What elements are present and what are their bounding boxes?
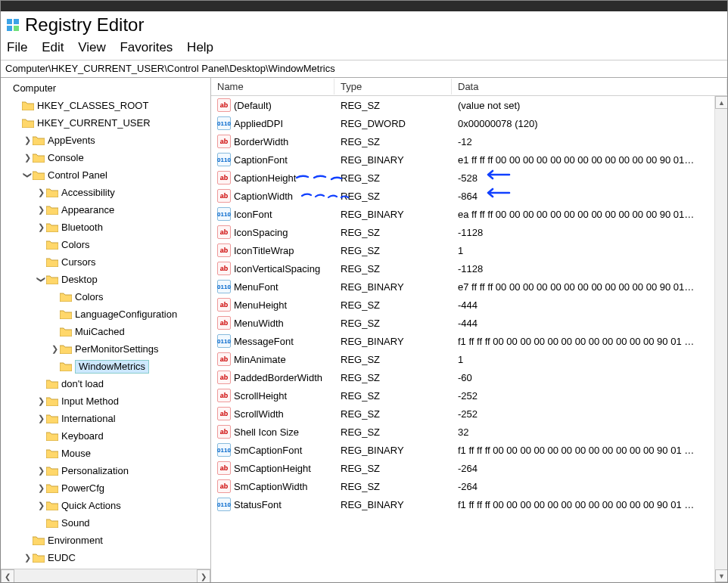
tree-appearance[interactable]: ❯Appearance	[1, 201, 210, 219]
tree-colors[interactable]: Colors	[1, 236, 210, 253]
string-value-icon: ab	[217, 225, 231, 239]
menu-help[interactable]: Help	[187, 40, 213, 54]
value-row[interactable]: abScrollHeightREG_SZ-252	[211, 386, 727, 405]
tree-label: Personalization	[61, 465, 133, 476]
value-row[interactable]: abMenuHeightREG_SZ-444	[211, 296, 727, 314]
tree-console[interactable]: ❯ Console	[1, 149, 210, 166]
expander-icon[interactable]: ❯	[49, 344, 60, 354]
tree-desktop[interactable]: ❯Desktop	[1, 271, 210, 288]
tree-quickactions[interactable]: ❯Quick Actions	[1, 497, 210, 514]
expander-icon[interactable]: ❯	[36, 466, 46, 476]
window-title: Registry Editor	[25, 14, 144, 36]
key-tree[interactable]: Computer HKEY_CLASSES_ROOT HKEY_CURRENT_…	[1, 78, 211, 582]
expander-icon[interactable]: ❯	[22, 553, 33, 563]
menu-view[interactable]: View	[78, 40, 106, 54]
tree-environment[interactable]: Environment	[1, 532, 210, 549]
tree-root[interactable]: Computer	[1, 79, 210, 97]
value-type: REG_SZ	[334, 299, 452, 311]
column-data[interactable]: Data	[452, 79, 727, 95]
value-row[interactable]: abCaptionHeightREG_SZ-528	[211, 169, 727, 187]
value-row[interactable]: 0110SmCaptionFontREG_BINARYf1 ff ff ff 0…	[211, 441, 727, 459]
expander-icon[interactable]: ❯	[36, 205, 46, 215]
tree-desktop-colors[interactable]: Colors	[1, 288, 210, 305]
tree-hkcu[interactable]: HKEY_CURRENT_USER	[1, 114, 210, 132]
value-row[interactable]: abScrollWidthREG_SZ-252	[211, 405, 727, 423]
expander-icon[interactable]: ❯	[36, 501, 46, 510]
value-row[interactable]: abBorderWidthREG_SZ-12	[211, 132, 727, 150]
value-row[interactable]: ab(Default)REG_SZ(value not set)	[211, 96, 727, 114]
expander-icon[interactable]: ❯	[36, 483, 46, 493]
tree-accessibility[interactable]: ❯Accessibility	[1, 184, 210, 201]
column-type[interactable]: Type	[334, 79, 452, 95]
tree-muicached[interactable]: MuiCached	[1, 323, 210, 340]
value-row[interactable]: abShell Icon SizeREG_SZ32	[211, 423, 727, 441]
tree-personalization[interactable]: ❯Personalization	[1, 462, 210, 479]
folder-icon	[46, 222, 58, 233]
menu-file[interactable]: File	[7, 40, 27, 54]
value-row[interactable]: abIconVerticalSpacingREG_SZ-1128	[211, 259, 727, 278]
tree-cursors[interactable]: Cursors	[1, 253, 210, 271]
tree-languageconfiguration[interactable]: LanguageConfiguration	[1, 305, 210, 323]
tree-mouse[interactable]: Mouse	[1, 445, 210, 462]
scroll-left-icon[interactable]: ❮	[1, 569, 14, 582]
tree-appevents[interactable]: ❯ AppEvents	[1, 132, 210, 149]
tree-sound[interactable]: Sound	[1, 514, 210, 532]
tree-powercfg[interactable]: ❯PowerCfg	[1, 479, 210, 497]
string-value-icon: ab	[217, 461, 231, 475]
expander-icon[interactable]: ❯	[36, 188, 46, 197]
value-name: MenuFont	[234, 281, 278, 293]
value-row[interactable]: abPaddedBorderWidthREG_SZ-60	[211, 368, 727, 386]
tree-dontload[interactable]: don't load	[1, 375, 210, 392]
string-value-icon: ab	[217, 389, 231, 402]
value-row[interactable]: 0110MenuFontREG_BINARYe7 ff ff ff 00 00 …	[211, 278, 727, 296]
value-row[interactable]: 0110CaptionFontREG_BINARYe1 ff ff ff 00 …	[211, 150, 727, 169]
tree-eudc[interactable]: ❯EUDC	[1, 549, 210, 566]
value-name: SmCaptionWidth	[234, 481, 308, 492]
main-body: Computer HKEY_CLASSES_ROOT HKEY_CURRENT_…	[1, 78, 727, 582]
address-bar[interactable]: Computer\HKEY_CURRENT_USER\Control Panel…	[1, 60, 727, 78]
value-row[interactable]: abSmCaptionHeightREG_SZ-264	[211, 459, 727, 477]
tree-inputmethod[interactable]: ❯Input Method	[1, 392, 210, 410]
chevron-down-icon[interactable]: ❯	[23, 170, 33, 181]
scroll-right-icon[interactable]: ❯	[197, 569, 210, 582]
menu-edit[interactable]: Edit	[42, 40, 64, 54]
expander-icon[interactable]: ❯	[36, 396, 46, 406]
value-row[interactable]: abIconSpacingREG_SZ-1128	[211, 223, 727, 241]
value-row[interactable]: 0110MessageFontREG_BINARYf1 ff ff ff 00 …	[211, 332, 727, 350]
value-type: REG_BINARY	[334, 281, 452, 293]
tree-windowmetrics[interactable]: WindowMetrics	[1, 358, 210, 375]
tree-hscrollbar[interactable]: ❮ ❯	[1, 569, 210, 582]
value-row[interactable]: 0110StatusFontREG_BINARYf1 ff ff ff 00 0…	[211, 495, 727, 513]
value-row[interactable]: abIconTitleWrapREG_SZ1	[211, 241, 727, 259]
scroll-up-icon[interactable]: ▲	[715, 96, 727, 109]
tree-permonitorsettings[interactable]: ❯PerMonitorSettings	[1, 340, 210, 358]
value-type: REG_BINARY	[334, 154, 452, 166]
tree-controlpanel[interactable]: ❯ Control Panel	[1, 166, 210, 184]
value-row[interactable]: abMenuWidthREG_SZ-444	[211, 314, 727, 332]
expander-icon[interactable]: ❯	[22, 135, 33, 145]
menu-favorites[interactable]: Favorites	[120, 40, 173, 54]
list-body[interactable]: ab(Default)REG_SZ(value not set)0110Appl…	[211, 96, 727, 582]
chevron-down-icon[interactable]: ❯	[36, 274, 46, 285]
folder-icon	[60, 361, 72, 372]
column-name[interactable]: Name	[211, 79, 334, 95]
tree-hkcr[interactable]: HKEY_CLASSES_ROOT	[1, 97, 210, 114]
value-row[interactable]: abMinAnimateREG_SZ1	[211, 350, 727, 368]
tree-international[interactable]: ❯International	[1, 410, 210, 427]
tree-label: Cursors	[61, 256, 101, 268]
expander-icon[interactable]: ❯	[36, 222, 46, 232]
list-vscrollbar[interactable]: ▲ ▼	[714, 96, 727, 582]
tree-label: MuiCached	[75, 326, 129, 337]
tree-keyboard[interactable]: Keyboard	[1, 427, 210, 445]
value-row[interactable]: abCaptionWidthREG_SZ-864	[211, 187, 727, 205]
expander-icon[interactable]: ❯	[22, 153, 33, 163]
value-type: REG_SZ	[334, 263, 452, 274]
scroll-down-icon[interactable]: ▼	[715, 569, 727, 582]
value-row[interactable]: 0110IconFontREG_BINARYea ff ff ff 00 00 …	[211, 205, 727, 223]
value-row[interactable]: abSmCaptionWidthREG_SZ-264	[211, 477, 727, 495]
folder-icon	[46, 518, 58, 529]
expander-icon[interactable]: ❯	[36, 414, 46, 423]
value-type: REG_SZ	[334, 191, 452, 202]
value-row[interactable]: 0110AppliedDPIREG_DWORD0x00000078 (120)	[211, 114, 727, 132]
tree-bluetooth[interactable]: ❯Bluetooth	[1, 219, 210, 236]
